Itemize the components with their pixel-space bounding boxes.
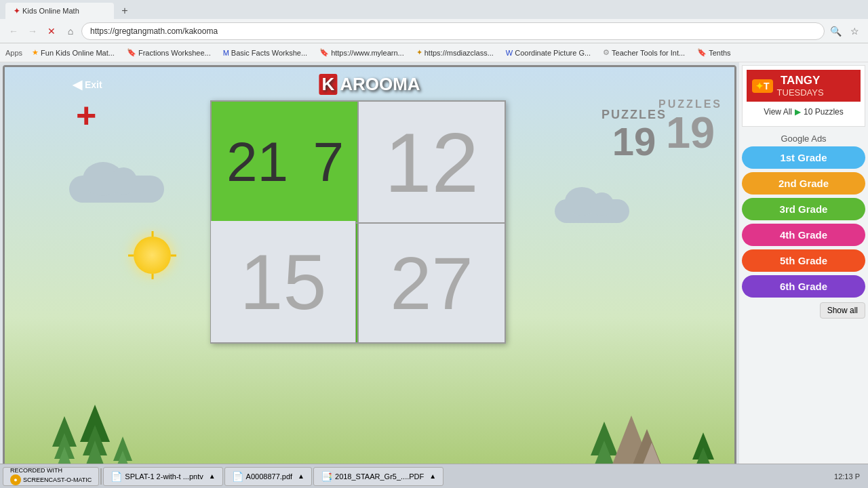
new-tab-button[interactable]: + bbox=[117, 3, 133, 19]
cell-num-12: 12 bbox=[384, 114, 479, 211]
tangy-ad: ✦T TANGY TUESDAYS View All ▶ 10 Puzzles bbox=[742, 65, 865, 127]
cloud-right bbox=[555, 199, 629, 223]
bookmark-2[interactable]: 🔖 Fractions Workshee... bbox=[121, 47, 216, 58]
forward-button[interactable]: → bbox=[24, 23, 41, 39]
bookmark-3[interactable]: M Basic Facts Workshe... bbox=[218, 47, 313, 58]
puzzles-counter: PUZZLES 19 bbox=[658, 98, 722, 155]
active-tab[interactable]: ✦ Kids Online Math bbox=[5, 3, 114, 19]
recording-label: RECORDED WITH ● SCREENCAST-O-MATIC bbox=[10, 467, 92, 485]
cell-num-21: 21 bbox=[226, 130, 288, 194]
google-ads-label: Google Ads bbox=[742, 131, 865, 146]
home-button[interactable]: ⌂ bbox=[62, 23, 79, 39]
taskbar-recording: RECORDED WITH ● SCREENCAST-O-MATIC bbox=[3, 467, 99, 486]
cell-top-right[interactable]: 12 bbox=[359, 102, 505, 222]
cell-15[interactable]: 15 bbox=[210, 221, 356, 343]
address-bar[interactable] bbox=[81, 22, 825, 40]
cell-num-15: 15 bbox=[240, 237, 327, 327]
cell-num-27: 27 bbox=[390, 240, 473, 326]
search-button[interactable]: 🔍 bbox=[827, 23, 844, 39]
cell-num-7: 7 bbox=[313, 130, 344, 194]
file2-expand-icon[interactable]: ▲ bbox=[298, 472, 304, 480]
grade-1-button[interactable]: 1st Grade bbox=[742, 146, 865, 169]
file3-icon: 📑 bbox=[321, 471, 332, 482]
cell-top-green[interactable]: 21 7 bbox=[212, 102, 357, 222]
taskbar-file-3[interactable]: 📑 2018_STAAR_Gr5_....PDF ▲ bbox=[313, 467, 443, 486]
exit-button[interactable]: ◀ Exit bbox=[73, 77, 102, 92]
bookmark-5[interactable]: ✦ https://msdiazclass... bbox=[411, 47, 499, 58]
file2-icon: 📄 bbox=[232, 471, 243, 482]
tangy-body: View All ▶ 10 Puzzles bbox=[747, 102, 861, 122]
taskbar: RECORDED WITH ● SCREENCAST-O-MATIC 📄 SPL… bbox=[0, 464, 868, 488]
sun-icon bbox=[134, 237, 171, 274]
grade-6-button[interactable]: 6th Grade bbox=[742, 275, 865, 298]
tangy-header: ✦T TANGY TUESDAYS bbox=[747, 70, 861, 102]
puzzles-info: PUZZLES 19 bbox=[601, 108, 667, 161]
taskbar-divider bbox=[100, 468, 102, 485]
bookmark-4[interactable]: 🔖 https://www.mylearn... bbox=[314, 47, 410, 58]
grade-5-button[interactable]: 5th Grade bbox=[742, 249, 865, 272]
tangy-view-all: View All ▶ 10 Puzzles bbox=[752, 107, 855, 117]
browser-chrome: ✦ Kids Online Math + ← → ✕ ⌂ 🔍 ☆ Apps ★ … bbox=[0, 0, 868, 62]
puzzles-count: 19 bbox=[601, 122, 667, 161]
exit-label: Exit bbox=[85, 79, 102, 90]
bookmark-8[interactable]: 🔖 Tenths bbox=[692, 47, 736, 58]
show-all-container: Show all bbox=[742, 301, 865, 319]
tangy-title: TANGY bbox=[777, 74, 824, 87]
logo-k: K bbox=[319, 74, 337, 95]
bookmark-button[interactable]: ☆ bbox=[846, 23, 863, 39]
tangy-logo: ✦T bbox=[752, 79, 773, 93]
bookmarks-bar: Apps ★ Fun Kids Online Mat... 🔖 Fraction… bbox=[0, 43, 868, 62]
back-button[interactable]: ← bbox=[5, 23, 22, 39]
tab-bar: ✦ Kids Online Math + bbox=[0, 0, 868, 19]
bookmark-1[interactable]: ★ Fun Kids Online Mat... bbox=[26, 47, 120, 58]
file3-expand-icon[interactable]: ▲ bbox=[429, 472, 436, 480]
logo-text: AROOMA bbox=[340, 74, 420, 95]
right-sidebar: ✦T TANGY TUESDAYS View All ▶ 10 Puzzles … bbox=[739, 62, 868, 488]
tangy-subtitle: TUESDAYS bbox=[777, 87, 824, 98]
plus-icon: + bbox=[76, 98, 96, 133]
reload-button[interactable]: ✕ bbox=[43, 23, 60, 39]
puzzles-number: 19 bbox=[658, 110, 722, 155]
taskbar-file-2[interactable]: 📄 A0008877.pdf ▲ bbox=[224, 467, 312, 486]
taskbar-file-1[interactable]: 📄 SPLAT-1 2-with-t ...pntv ▲ bbox=[103, 467, 222, 486]
show-all-button[interactable]: Show all bbox=[820, 302, 865, 319]
play-icon: ▶ bbox=[795, 107, 801, 117]
exit-arrow-icon: ◀ bbox=[73, 77, 82, 92]
grade-2-button[interactable]: 2nd Grade bbox=[742, 172, 865, 195]
tangy-title-block: TANGY TUESDAYS bbox=[777, 74, 824, 98]
file1-icon: 📄 bbox=[111, 471, 122, 482]
taskbar-clock: 12:13 P bbox=[834, 472, 865, 481]
apps-button[interactable]: Apps bbox=[5, 49, 22, 57]
screencast-icon: ● bbox=[10, 474, 21, 485]
cell-bot-right[interactable]: 27 bbox=[359, 224, 505, 342]
browser-toolbar: ← → ✕ ⌂ 🔍 ☆ bbox=[0, 19, 868, 43]
file1-expand-icon[interactable]: ▲ bbox=[209, 472, 216, 480]
cloud-left bbox=[69, 176, 164, 203]
game-logo: K AROOMA bbox=[319, 74, 420, 95]
grade-3-button[interactable]: 3rd Grade bbox=[742, 198, 865, 220]
grade-4-button[interactable]: 4th Grade bbox=[742, 224, 865, 246]
bookmark-7[interactable]: ⚙ Teacher Tools for Int... bbox=[597, 47, 690, 58]
bookmark-6[interactable]: W Coordinate Picture G... bbox=[500, 47, 596, 58]
